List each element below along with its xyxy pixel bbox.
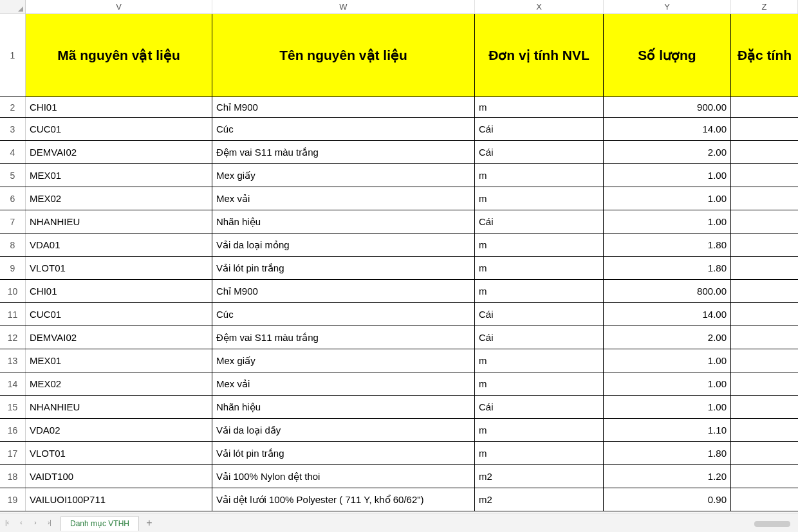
cell-Y[interactable]: 1.10 [604, 419, 731, 441]
sheet-nav-last-icon[interactable]: ›| [42, 519, 57, 526]
cell-V[interactable]: CHI01 [26, 280, 212, 302]
cell-X[interactable]: Cái [475, 141, 604, 163]
cell-Y[interactable]: 1.00 [604, 210, 731, 233]
cell-W[interactable]: Vải da loại dầy [212, 419, 475, 441]
cell-Y[interactable]: 1.00 [604, 164, 731, 187]
row-number[interactable]: 2 [0, 97, 26, 117]
cell-V[interactable]: MEX01 [26, 349, 212, 372]
cell-Y[interactable]: 2.00 [604, 326, 731, 349]
cell-X[interactable]: m2 [475, 465, 604, 488]
row-number[interactable]: 3 [0, 118, 26, 140]
cell-Y[interactable]: 1.80 [604, 257, 731, 279]
row-number[interactable]: 5 [0, 164, 26, 187]
cell-Z[interactable] [731, 234, 798, 256]
cell-Y[interactable]: 900.00 [604, 97, 731, 117]
cell-X[interactable]: m [475, 349, 604, 372]
cell-Z[interactable] [731, 141, 798, 163]
cell-Y[interactable]: 2.00 [604, 141, 731, 163]
sheet-nav-first-icon[interactable]: |‹ [0, 519, 14, 526]
cell-X[interactable]: m [475, 442, 604, 464]
cell-V[interactable]: NHANHIEU [26, 210, 212, 233]
cell-V[interactable]: NHANHIEU [26, 396, 212, 418]
cell-X[interactable]: Cái [475, 303, 604, 326]
sheet-nav-prev-icon[interactable]: ‹ [14, 519, 28, 526]
cell-Z[interactable] [731, 164, 798, 187]
cell-Y[interactable]: 14.00 [604, 118, 731, 140]
cell-W[interactable]: Nhãn hiệu [212, 396, 475, 418]
cell-Z[interactable] [731, 118, 798, 140]
cell-X[interactable]: m2 [475, 488, 604, 511]
row-number[interactable]: 15 [0, 396, 26, 418]
cell-W[interactable]: Vải lót pin trắng [212, 442, 475, 464]
col-header-X[interactable]: X [475, 0, 604, 14]
header-ten-nvl[interactable]: Tên nguyên vật liệu [212, 14, 475, 96]
col-header-W[interactable]: W [212, 0, 475, 14]
cell-W[interactable]: Đệm vai S11 màu trắng [212, 326, 475, 349]
cell-Z[interactable] [731, 257, 798, 279]
row-number[interactable]: 17 [0, 442, 26, 464]
cell-V[interactable]: CUC01 [26, 303, 212, 326]
cell-W[interactable]: Cúc [212, 303, 475, 326]
cell-V[interactable]: VLOT01 [26, 442, 212, 464]
cell-V[interactable]: VAIDT100 [26, 465, 212, 488]
cell-Z[interactable] [731, 465, 798, 488]
cell-W[interactable]: Chỉ M900 [212, 280, 475, 302]
cell-V[interactable]: DEMVAI02 [26, 326, 212, 349]
cell-W[interactable]: Mex giấy [212, 349, 475, 372]
cell-W[interactable]: Vải 100% Nylon dệt thoi [212, 465, 475, 488]
cell-X[interactable]: Cái [475, 396, 604, 418]
cell-X[interactable]: m [475, 257, 604, 279]
cell-Z[interactable] [731, 442, 798, 464]
row-number[interactable]: 11 [0, 303, 26, 326]
select-all-corner[interactable] [0, 0, 26, 14]
cell-W[interactable]: Chỉ M900 [212, 97, 475, 117]
cell-Y[interactable]: 800.00 [604, 280, 731, 302]
cell-Y[interactable]: 1.00 [604, 187, 731, 210]
cell-Z[interactable] [731, 326, 798, 349]
col-header-V[interactable]: V [26, 0, 212, 14]
cell-V[interactable]: CHI01 [26, 97, 212, 117]
cell-Z[interactable] [731, 303, 798, 326]
cell-V[interactable]: VDA02 [26, 419, 212, 441]
sheet-nav-next-icon[interactable]: › [28, 519, 42, 526]
row-number[interactable]: 19 [0, 488, 26, 511]
cell-V[interactable]: VDA01 [26, 234, 212, 256]
cell-X[interactable]: m [475, 187, 604, 210]
row-number[interactable]: 6 [0, 187, 26, 210]
cell-X[interactable]: m [475, 280, 604, 302]
cell-V[interactable]: VAILUOI100P711 [26, 488, 212, 511]
cell-Y[interactable]: 14.00 [604, 303, 731, 326]
cell-Y[interactable]: 1.00 [604, 349, 731, 372]
cell-Y[interactable]: 1.80 [604, 442, 731, 464]
cell-X[interactable]: m [475, 164, 604, 187]
cell-Z[interactable] [731, 488, 798, 511]
cell-Y[interactable]: 1.00 [604, 372, 731, 395]
cell-Z[interactable] [731, 396, 798, 418]
cell-Z[interactable] [731, 97, 798, 117]
row-number[interactable]: 7 [0, 210, 26, 233]
row-number-1[interactable]: 1 [0, 14, 26, 96]
cell-W[interactable]: Vải lót pin trắng [212, 257, 475, 279]
col-header-Y[interactable]: Y [604, 0, 731, 14]
cell-W[interactable]: Vải dệt lưới 100% Polyester ( 711 Y, khổ… [212, 488, 475, 511]
cell-X[interactable]: m [475, 419, 604, 441]
cell-Y[interactable]: 0.90 [604, 488, 731, 511]
row-number[interactable]: 14 [0, 372, 26, 395]
row-number[interactable]: 8 [0, 234, 26, 256]
cell-X[interactable]: Cái [475, 326, 604, 349]
add-sheet-button[interactable]: + [142, 517, 157, 529]
sheet-tab-active[interactable]: Danh mục VTHH [60, 516, 139, 531]
cell-Z[interactable] [731, 280, 798, 302]
cell-V[interactable]: VLOT01 [26, 257, 212, 279]
cell-W[interactable]: Nhãn hiệu [212, 210, 475, 233]
horizontal-scrollbar[interactable] [754, 521, 790, 527]
cell-Y[interactable]: 1.80 [604, 234, 731, 256]
cell-Z[interactable] [731, 349, 798, 372]
cell-V[interactable]: MEX01 [26, 164, 212, 187]
cell-V[interactable]: CUC01 [26, 118, 212, 140]
row-number[interactable]: 12 [0, 326, 26, 349]
cell-X[interactable]: m [475, 372, 604, 395]
cell-X[interactable]: Cái [475, 210, 604, 233]
cell-W[interactable]: Vải da loại mỏng [212, 234, 475, 256]
cell-W[interactable]: Mex giấy [212, 164, 475, 187]
